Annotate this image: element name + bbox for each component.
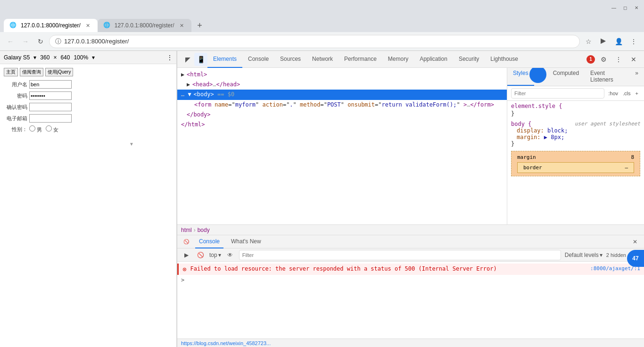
tab-bar: 🌐 127.0.0.1:8000/register/ ✕ 🌐 127.0.0.1…	[0, 15, 644, 32]
devtools-inspect-button[interactable]: ◤	[181, 53, 194, 66]
forward-button[interactable]: →	[19, 35, 32, 48]
html-line-close-html[interactable]: </html>	[177, 120, 507, 130]
body-style-header: body { user agent stylesheet	[511, 121, 640, 127]
console-run-button[interactable]: ▶	[181, 250, 191, 260]
lock-icon: ⓘ	[55, 37, 61, 46]
menu-button[interactable]: ⋮	[627, 35, 640, 48]
styles-filter-actions: :hov .cls +	[606, 90, 640, 97]
console-tab-console[interactable]: Console	[195, 235, 223, 248]
devtools-tab-application[interactable]: Application	[414, 51, 453, 68]
confirm-password-input[interactable]	[29, 103, 72, 111]
box-model-margin: margin 8 border –	[511, 151, 640, 176]
border-label: border	[523, 165, 542, 171]
body-style-close: }	[511, 140, 640, 147]
male-label: 男	[29, 125, 42, 133]
device-dropdown-icon[interactable]: ▾	[33, 54, 36, 61]
email-row: 电子邮箱	[4, 114, 173, 123]
address-bar[interactable]: ⓘ 127.0.0.1:8000/register/	[49, 35, 580, 48]
email-input[interactable]	[29, 114, 72, 123]
devtools-tab-elements[interactable]: Elements	[207, 51, 242, 68]
tab-inactive[interactable]: 🌐 127.0.0.1:8000/register/ ✕	[98, 19, 191, 32]
error-count: 1	[589, 57, 592, 62]
box-model-margin-row: margin 8	[517, 154, 634, 160]
female-radio[interactable]	[46, 125, 52, 132]
tab-favicon: 🌐	[9, 22, 17, 29]
tab-close-button-2[interactable]: ✕	[178, 22, 186, 29]
console-error-row: ⊗ Failed to load resource: the server re…	[177, 264, 644, 275]
back-button[interactable]: ←	[4, 35, 17, 48]
username-input[interactable]	[29, 80, 72, 89]
tab-close-button[interactable]: ✕	[84, 22, 92, 29]
devtools-tab-console[interactable]: Console	[242, 51, 274, 68]
styles-add-button[interactable]: +	[634, 90, 640, 97]
devtools-more-button[interactable]: ⋮	[612, 53, 625, 66]
styles-tab-event-listeners[interactable]: Event Listeners	[585, 68, 629, 86]
refresh-button[interactable]: ↻	[34, 35, 47, 48]
devtools-tab-sources[interactable]: Sources	[274, 51, 306, 68]
styles-panel: Styles Computed Event Listeners » :hov	[507, 68, 644, 224]
html-line-close-body[interactable]: </body>	[177, 110, 507, 120]
devtools-close-button[interactable]: ✕	[627, 53, 640, 66]
tab-active[interactable]: 🌐 127.0.0.1:8000/register/ ✕	[4, 19, 98, 32]
device-more-icon[interactable]: ⋮	[167, 54, 173, 61]
close-button[interactable]: ✕	[633, 4, 640, 11]
maximize-button[interactable]: ◻	[621, 4, 629, 11]
html-line-body[interactable]: … ▼<body> == $0	[177, 90, 507, 99]
console-context-select[interactable]: top ▾	[209, 252, 221, 258]
devtools-settings-button[interactable]: ⚙	[597, 53, 610, 66]
minimize-button[interactable]: —	[610, 4, 618, 11]
console-eye-button[interactable]: 👁	[225, 250, 235, 260]
box-model-border: border –	[517, 162, 634, 173]
devtools-tab-security[interactable]: Security	[453, 51, 485, 68]
devtools-tab-lighthouse[interactable]: Lighthouse	[485, 51, 524, 68]
body-style-source: user agent stylesheet	[575, 121, 640, 127]
body-display-prop: display: block;	[511, 127, 640, 134]
home-btn[interactable]: 主页	[4, 68, 18, 76]
error-text: Failed to load resource: the server resp…	[190, 265, 586, 273]
styles-tab-bar: Styles Computed Event Listeners »	[507, 68, 644, 86]
devtools-tab-network[interactable]: Network	[306, 51, 339, 68]
console-close-button[interactable]: ✕	[630, 237, 640, 247]
console-block-button[interactable]: 🚫	[195, 250, 206, 260]
error-source[interactable]: :8000/ajaxget/:1	[590, 265, 640, 273]
cast-button[interactable]: ⯈	[597, 35, 610, 48]
browser-window: — ◻ ✕ 🌐 127.0.0.1:8000/register/ ✕ 🌐 127…	[0, 0, 644, 347]
breadcrumb-body[interactable]: body	[198, 227, 210, 233]
jquery-btn[interactable]: 使用jQuery	[45, 68, 73, 76]
title-bar: — ◻ ✕	[0, 0, 644, 15]
devtools-device-button[interactable]: 📱	[194, 53, 207, 66]
password-input[interactable]	[29, 91, 72, 100]
new-tab-button[interactable]: +	[193, 19, 206, 32]
male-radio[interactable]	[29, 125, 35, 132]
breadcrumb-separator: ›	[194, 227, 196, 233]
styles-circle-button[interactable]	[529, 68, 546, 83]
borrow-query-btn[interactable]: 借阅查询	[20, 68, 43, 76]
element-style-close: }	[511, 110, 640, 117]
console-context-arrow: ▾	[218, 252, 221, 258]
styles-tab-computed[interactable]: Computed	[547, 68, 585, 86]
styles-cls-button[interactable]: .cls	[621, 90, 633, 97]
console-filter-input[interactable]	[239, 250, 561, 260]
fab-button[interactable]: 47	[627, 250, 644, 267]
email-label: 电子邮箱	[4, 115, 27, 122]
elements-split-panel: ▶<html> ▶<head>…</head> … ▼<body> == $0 …	[177, 68, 644, 224]
html-line-2[interactable]: ▶<head>…</head>	[177, 80, 507, 90]
devtools-tab-performance[interactable]: Performance	[339, 51, 382, 68]
console-content: ⊗ Failed to load resource: the server re…	[177, 262, 644, 339]
console-levels-select[interactable]: Default levels ▾	[565, 252, 603, 258]
breadcrumb-html[interactable]: html	[181, 227, 192, 233]
console-clear-button[interactable]: 🚫	[181, 237, 191, 247]
profile-button[interactable]: 👤	[612, 35, 625, 48]
margin-value: ▶ 8px;	[544, 134, 564, 140]
devtools-tab-memory[interactable]: Memory	[382, 51, 414, 68]
console-tab-whats-new[interactable]: What's New	[227, 235, 265, 248]
margin-name: margin:	[517, 134, 541, 140]
error-icon: ⊗	[182, 265, 186, 273]
html-line-1[interactable]: ▶<html>	[177, 70, 507, 80]
styles-filter-input[interactable]	[511, 88, 604, 99]
html-line-form[interactable]: <form name="myform" action="." method="P…	[177, 100, 507, 110]
styles-hov-button[interactable]: :hov	[606, 90, 620, 97]
bookmark-star-button[interactable]: ☆	[582, 35, 595, 48]
styles-tab-more[interactable]: »	[629, 68, 644, 86]
zoom-dropdown-icon[interactable]: ▾	[92, 54, 95, 61]
